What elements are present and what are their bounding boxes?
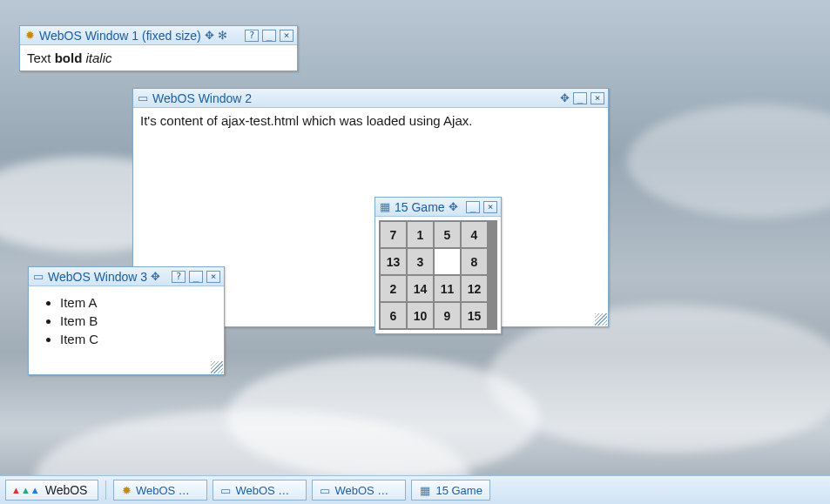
window-game-title: 15 Game [395,200,445,214]
taskbar-separator [105,480,106,500]
window-3: ▭ WebOS Window 3 ✥ ? _ × Item AItem BIte… [28,266,225,375]
list-item: Item B [60,313,217,328]
taskbar-item-label: WebOS Wind... [136,484,199,497]
text-plain: Text [27,50,55,65]
window-2-titlebar[interactable]: ▭ WebOS Window 2 ✥ _ × [133,89,608,108]
window-1-title: WebOS Window 1 (fixed size) [39,29,201,43]
text-bold: bold [55,50,83,65]
close-button[interactable]: × [280,30,294,42]
window-2-title: WebOS Window 2 [152,91,252,105]
game-tile[interactable]: 9 [434,302,461,329]
game-tile[interactable]: 11 [434,275,461,302]
taskbar-item-label: 15 Game [435,484,482,497]
resize-handle[interactable] [211,361,223,373]
close-button[interactable]: × [590,92,604,104]
window-3-content: Item AItem BItem C [29,286,224,355]
game-tile[interactable]: 4 [461,221,488,248]
grid-icon: ▦ [379,201,391,213]
game-tile[interactable]: 5 [434,221,461,248]
list-item: Item A [60,295,217,310]
minimize-button[interactable]: _ [262,30,276,42]
game-grid: 715413382141112610915 [379,220,497,330]
settings-icon[interactable]: ✻ [218,30,227,41]
game-tile[interactable]: 12 [461,275,488,302]
move-icon[interactable]: ✥ [151,271,160,282]
taskbar-item-label: WebOS Wind... [334,484,398,497]
game-tile[interactable]: 3 [407,248,434,275]
task-items: ✹WebOS Wind...▭WebOS Wind...▭WebOS Wind.… [113,480,489,501]
minimize-button[interactable]: _ [189,271,203,283]
taskbar: ▲▲▲ WebOS ✹WebOS Wind...▭WebOS Wind...▭W… [0,475,830,504]
game-tile[interactable]: 13 [380,248,407,275]
app-icon: ▭ [320,484,330,496]
start-button[interactable]: ▲▲▲ WebOS [5,480,98,501]
window-game: ▦ 15 Game ✥ _ × 715413382141112610915 [375,197,502,334]
taskbar-item[interactable]: ▦15 Game [411,480,489,501]
window-2-content: It's content of ajax-test.html which was… [133,108,608,133]
grid-icon: ▦ [419,484,431,496]
game-tile-empty [434,248,461,275]
game-tile[interactable]: 7 [380,221,407,248]
window-3-titlebar[interactable]: ▭ WebOS Window 3 ✥ ? _ × [29,267,224,286]
app-icon: ▭ [32,271,44,283]
window-3-title: WebOS Window 3 [48,270,147,284]
window-1: ✹ WebOS Window 1 (fixed size) ✥ ✻ ? _ × … [19,25,298,71]
app-icon: ▭ [220,484,231,496]
list-item: Item C [60,332,217,346]
minimize-button[interactable]: _ [573,92,587,104]
game-tile[interactable]: 2 [380,275,407,302]
close-button[interactable]: × [206,271,220,283]
start-label: WebOS [45,483,88,497]
move-icon[interactable]: ✥ [205,30,214,41]
text-italic: italic [82,50,111,65]
window-1-titlebar[interactable]: ✹ WebOS Window 1 (fixed size) ✥ ✻ ? _ × [20,26,297,45]
move-icon[interactable]: ✥ [560,92,570,104]
resize-handle[interactable] [595,313,607,326]
gear-icon: ✹ [121,484,132,496]
close-button[interactable]: × [483,201,497,213]
item-list: Item AItem BItem C [36,295,217,346]
taskbar-item[interactable]: ✹WebOS Wind... [113,480,207,501]
window-1-content: Text bold italic [20,45,297,71]
taskbar-item-label: WebOS Wind... [235,484,299,497]
game-tile[interactable]: 15 [461,302,488,329]
game-tile[interactable]: 14 [407,275,434,302]
help-button[interactable]: ? [245,30,259,42]
game-tile[interactable]: 8 [461,248,488,275]
move-icon[interactable]: ✥ [449,201,458,212]
help-button[interactable]: ? [172,271,186,283]
minimize-button[interactable]: _ [466,201,480,213]
taskbar-item[interactable]: ▭WebOS Wind... [312,480,406,501]
window-game-titlebar[interactable]: ▦ 15 Game ✥ _ × [375,198,501,217]
game-tile[interactable]: 1 [407,221,434,248]
taskbar-item[interactable]: ▭WebOS Wind... [213,480,307,501]
app-icon: ▭ [137,92,149,104]
game-tile[interactable]: 6 [380,302,407,329]
game-tile[interactable]: 10 [407,302,434,329]
gear-icon: ✹ [24,30,36,42]
webos-logo-icon: ▲▲▲ [11,486,40,495]
